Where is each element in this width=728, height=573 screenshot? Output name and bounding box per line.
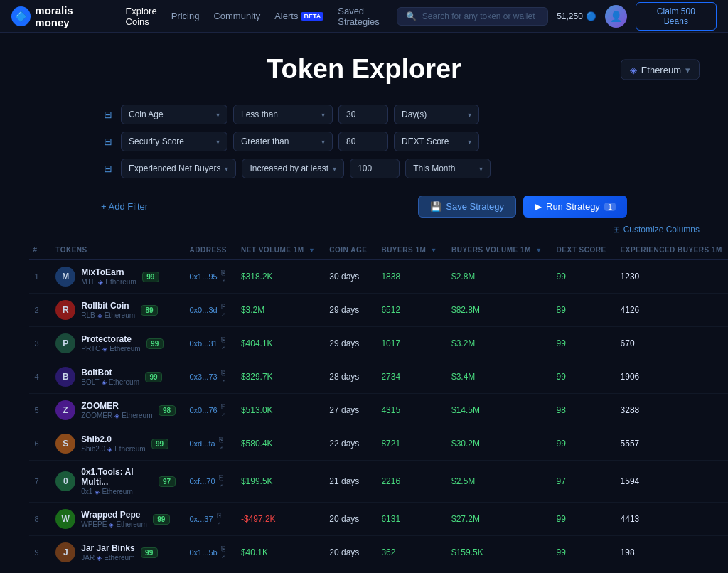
cell-token: M MixToEarn MTE ◈ Ethereum 99: [48, 260, 182, 294]
address-value[interactable]: 0x1...5b: [190, 548, 218, 557]
nav-saved-strategies[interactable]: Saved Strategies: [338, 6, 380, 27]
col-buyers[interactable]: BUYERS 1M ▼: [374, 240, 444, 260]
token-name: 0x1.Tools: AI Multi...: [81, 467, 152, 487]
score-badge: 99: [146, 338, 164, 349]
cell-coin-age: 22 days: [322, 427, 374, 461]
add-filter-button[interactable]: + Add Filter: [101, 201, 148, 212]
filter-row-1: ⊟ Coin Age ▾ Less than ▾ 30 Day(s) ▾: [101, 105, 627, 124]
cell-net-volume: $494.8K: [234, 569, 322, 574]
logo[interactable]: 🔷 moralis money: [11, 4, 109, 28]
copy-icon[interactable]: ⎘ ↗: [221, 545, 227, 560]
address-value[interactable]: 0x0...76: [190, 406, 218, 414]
col-exp-buyers[interactable]: EXPERIENCED BUYERS 1M ▼: [614, 240, 728, 260]
beta-badge: BETA: [301, 12, 323, 21]
token-sub: MTE ◈ Ethereum: [81, 278, 136, 286]
cell-exp-buyers: 3288: [614, 394, 728, 427]
address-value[interactable]: 0xf...70: [190, 477, 215, 486]
col-tokens[interactable]: TOKENS: [48, 240, 182, 260]
filter-unit-3[interactable]: This Month ▾: [405, 159, 491, 178]
nav-alerts[interactable]: Alerts BETA: [274, 11, 323, 21]
filter-operator-1[interactable]: Less than ▾: [233, 105, 333, 124]
copy-icon[interactable]: ⎘ ↗: [217, 511, 227, 527]
customize-columns-button[interactable]: ⊞ Customize Columns: [613, 225, 700, 235]
col-coin-age[interactable]: COIN AGE: [322, 240, 374, 260]
search-bar[interactable]: 🔍 Search for any token or wallet: [397, 7, 548, 26]
navbar: 🔷 moralis money Explore Coins Pricing Co…: [0, 0, 728, 33]
copy-icon[interactable]: ⎘ ↗: [221, 302, 227, 318]
token-info: 0x1.Tools: AI Multi... 0x1 ◈ Ethereum: [81, 467, 152, 496]
cell-exp-buyers: 4413: [614, 503, 728, 536]
table-row[interactable]: 2 R Rollbit Coin RLB ◈ Ethereum 89 0x0..…: [29, 294, 728, 327]
address-value[interactable]: 0x3...73: [190, 373, 218, 381]
cell-exp-buyers: 198: [614, 536, 728, 569]
table-row[interactable]: 7 0 0x1.Tools: AI Multi... 0x1 ◈ Ethereu…: [29, 461, 728, 503]
copy-icon[interactable]: ⎘ ↗: [219, 473, 227, 489]
address-value[interactable]: 0x0...3d: [190, 306, 218, 314]
cell-coin-age: 21 days: [322, 461, 374, 503]
cell-net-volume: $404.1K: [234, 327, 322, 360]
copy-icon[interactable]: ⎘ ↗: [219, 436, 227, 451]
copy-icon[interactable]: ⎘ ↗: [221, 336, 227, 351]
play-icon: ▶: [535, 201, 542, 212]
table-row[interactable]: 3 P Protectorate PRTC ◈ Ethereum 99 0xb.…: [29, 327, 728, 360]
filter-value-1[interactable]: 30: [338, 105, 388, 124]
token-name: Protectorate: [81, 334, 140, 344]
filter-value-2[interactable]: 80: [338, 132, 388, 151]
table-row[interactable]: 6 S Shib2.0 Shib2.0 ◈ Ethereum 99 0xd...…: [29, 427, 728, 461]
page-title: Token Explorer: [28, 54, 700, 85]
token-name: Shib2.0: [81, 434, 145, 444]
address-value[interactable]: 0x...37: [190, 515, 213, 523]
nav-community[interactable]: Community: [213, 11, 260, 21]
copy-icon[interactable]: ⎘ ↗: [221, 269, 227, 284]
filter-icon-1: ⊟: [101, 109, 115, 120]
token-logo: M: [55, 267, 75, 286]
filter-field-2[interactable]: Security Score ▾: [121, 132, 228, 151]
table-row[interactable]: 9 J Jar Jar Binks JAR ◈ Ethereum 99 0x1.…: [29, 536, 728, 569]
col-dext-score[interactable]: DEXT SCORE: [550, 240, 614, 260]
cell-dext-score: 99: [550, 427, 614, 461]
nav-pricing[interactable]: Pricing: [171, 11, 200, 21]
table-row[interactable]: 8 W Wrapped Pepe WPEPE ◈ Ethereum 99 0x.…: [29, 503, 728, 536]
table-row[interactable]: 5 Z ZOOMER ZOOMER ◈ Ethereum 98 0x0...76…: [29, 394, 728, 427]
token-info: Shib2.0 Shib2.0 ◈ Ethereum: [81, 434, 145, 453]
token-symbol: MTE: [81, 278, 96, 286]
address-value[interactable]: 0x1...95: [190, 272, 218, 281]
address-value[interactable]: 0xb...31: [190, 339, 218, 348]
filter-operator-2[interactable]: Greater than ▾: [233, 132, 333, 151]
filter-section: ⊟ Coin Age ▾ Less than ▾ 30 Day(s) ▾ ⊟ S…: [101, 105, 627, 178]
copy-icon[interactable]: ⎘ ↗: [221, 402, 227, 418]
filter-operator-3[interactable]: Increased by at least ▾: [242, 159, 344, 178]
cell-address: 0x1...5b ⎘ ↗: [183, 536, 234, 569]
cell-rank: 7: [29, 461, 48, 503]
avatar[interactable]: 👤: [605, 5, 627, 28]
token-sub: RLB ◈ Ethereum: [81, 311, 135, 319]
table-row[interactable]: 1 M MixToEarn MTE ◈ Ethereum 99 0x1...95…: [29, 260, 728, 294]
token-network: Ethereum: [104, 554, 134, 562]
run-strategy-button[interactable]: ▶ Run Strategy 1: [523, 196, 627, 218]
filter-value-3[interactable]: 100: [350, 159, 400, 178]
cell-address: 0x1...95 ⎘ ↗: [183, 260, 234, 294]
table-toolbar: ⊞ Customize Columns: [28, 225, 700, 240]
filter-unit-2[interactable]: DEXT Score ▾: [394, 132, 479, 151]
col-address[interactable]: ADDRESS: [183, 240, 234, 260]
col-buyers-volume[interactable]: BUYERS VOLUME 1M ▼: [444, 240, 550, 260]
copy-icon[interactable]: ⎘ ↗: [221, 369, 227, 385]
table-row[interactable]: 4 B BoltBot BOLT ◈ Ethereum 99 0x3...73 …: [29, 360, 728, 394]
col-net-volume[interactable]: NET VOLUME 1M ▼: [234, 240, 322, 260]
cell-net-volume: $513.0K: [234, 394, 322, 427]
token-info: Jar Jar Binks JAR ◈ Ethereum: [81, 543, 134, 562]
nav-explore-coins[interactable]: Explore Coins: [126, 6, 157, 27]
score-badge: 99: [151, 439, 168, 449]
score-badge: 99: [141, 547, 158, 558]
main-content: Token Explorer ◈ Ethereum ▾ ⊟ Coin Age ▾…: [0, 33, 728, 573]
save-strategy-button[interactable]: 💾 Save Strategy: [418, 196, 516, 218]
filter-unit-1[interactable]: Day(s) ▾: [394, 105, 479, 124]
network-selector[interactable]: ◈ Ethereum ▾: [621, 59, 700, 80]
cell-buyers-volume: $27.2M: [444, 503, 550, 536]
claim-button[interactable]: Claim 500 Beans: [636, 2, 717, 31]
address-value[interactable]: 0xd...fa: [190, 439, 215, 448]
table-row[interactable]: 10 W WSHIB WSHIB ◈ Ethereum 81 0x8...08 …: [29, 569, 728, 574]
filter-field-1[interactable]: Coin Age ▾: [121, 105, 228, 124]
filter-field-3[interactable]: Experienced Net Buyers ▾: [121, 159, 236, 178]
token-network: Ethereum: [109, 345, 140, 353]
